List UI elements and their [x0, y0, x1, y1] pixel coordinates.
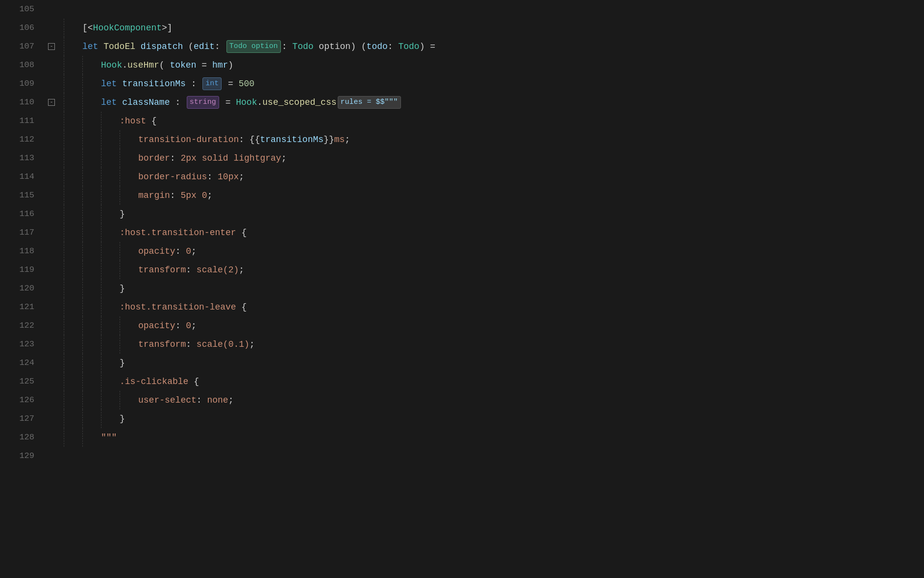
line-123-colon: : — [186, 338, 197, 351]
fold-marker-124 — [44, 354, 59, 372]
line-107-todo-type2: Todo — [398, 40, 419, 53]
fold-box-110[interactable]: - — [48, 99, 55, 106]
fold-marker-109 — [44, 74, 59, 93]
line-num-126: 126 — [0, 391, 34, 409]
fold-marker-114 — [44, 168, 59, 186]
fold-marker-107[interactable]: - — [44, 37, 59, 56]
line-num-106: 106 — [0, 19, 34, 37]
line-123-semi: ; — [250, 338, 255, 351]
line-107: let TodoEl dispatch ( edit : Todo option… — [64, 37, 924, 56]
line-107-todo-param: todo — [367, 40, 388, 53]
line-num-128: 128 — [0, 428, 34, 447]
line-122-colon: : — [175, 319, 186, 332]
fold-marker-116 — [44, 205, 59, 223]
line-108: Hook . useHmr ( token = hmr ) — [64, 56, 924, 74]
line-116: } — [64, 205, 924, 223]
fold-marker-129 — [44, 447, 59, 465]
line-111: :host { — [64, 112, 924, 130]
line-110-let: let — [101, 96, 122, 109]
line-num-117: 117 — [0, 223, 34, 242]
line-106-text: [<HookComponent>] — [82, 22, 173, 34]
line-120: } — [64, 279, 924, 298]
line-120-brace: } — [120, 282, 125, 295]
fold-marker-117 — [44, 223, 59, 242]
line-109-500: 500 — [239, 77, 254, 90]
line-112-prop: transition-duration — [138, 133, 239, 146]
line-107-let: let — [82, 40, 103, 53]
line-114-val: 10px — [218, 170, 239, 183]
line-109-colon: : — [186, 77, 201, 90]
line-110-eq: = — [220, 96, 236, 109]
line-115-semi: ; — [207, 189, 212, 202]
fold-marker-119 — [44, 261, 59, 279]
line-110-string-badge: string — [187, 96, 219, 109]
line-num-120: 120 — [0, 279, 34, 298]
line-119-val: scale(2) — [197, 264, 239, 276]
line-112: transition-duration : {{ transitionMs }}… — [64, 130, 924, 149]
line-num-112: 112 — [0, 130, 34, 149]
line-125-sel: .is-clickable — [120, 375, 194, 388]
fold-gutter: - - — [44, 0, 59, 578]
line-112-colon: : — [239, 133, 250, 146]
line-num-116: 116 — [0, 205, 34, 223]
line-106: [<HookComponent>] — [64, 19, 924, 37]
line-113-colon: : — [170, 152, 181, 165]
line-num-119: 119 — [0, 261, 34, 279]
line-113-semi: ; — [281, 152, 287, 165]
line-119-colon: : — [186, 264, 197, 276]
line-113: border : 2px solid lightgray ; — [64, 149, 924, 168]
line-108-dot1: . — [122, 59, 127, 72]
fold-marker-115 — [44, 186, 59, 205]
fold-marker-120 — [44, 279, 59, 298]
line-num-107: 107 — [0, 37, 34, 56]
fold-box-107[interactable]: - — [48, 43, 55, 50]
line-107-todoel: TodoEl — [103, 40, 141, 53]
line-119: transform : scale(2) ; — [64, 261, 924, 279]
line-129 — [64, 447, 924, 465]
line-num-114: 114 — [0, 168, 34, 186]
line-126: user-select : none ; — [64, 391, 924, 409]
line-110-rules-badge: rules = $$""" — [338, 96, 401, 109]
line-124-brace: } — [120, 357, 125, 369]
fold-marker-110[interactable]: - — [44, 93, 59, 112]
line-127-brace: } — [120, 412, 125, 425]
fold-marker-106 — [44, 19, 59, 37]
line-115-val: 5px 0 — [180, 189, 207, 202]
line-119-semi: ; — [239, 264, 244, 276]
fold-marker-123 — [44, 335, 59, 354]
line-107-todo-badge1: Todo option — [226, 40, 281, 53]
line-num-115: 115 — [0, 186, 34, 205]
line-116-brace: } — [120, 208, 125, 220]
line-123-val: scale(0.1) — [197, 338, 250, 351]
line-111-brace: { — [151, 115, 157, 127]
line-112-transms: transitionMs — [260, 133, 324, 146]
line-num-125: 125 — [0, 372, 34, 391]
line-113-val: 2px solid lightgray — [180, 152, 281, 165]
fold-marker-111 — [44, 112, 59, 130]
line-114-semi: ; — [239, 170, 244, 183]
line-108-hook: Hook — [101, 59, 122, 72]
line-109-let: let — [101, 77, 122, 90]
fold-marker-113 — [44, 149, 59, 168]
line-107-dispatch: dispatch — [141, 40, 188, 53]
code-editor: 105 106 107 108 109 110 111 112 113 114 … — [0, 0, 924, 578]
line-118-val: 0 — [186, 245, 191, 258]
line-num-113: 113 — [0, 149, 34, 168]
code-content: [<HookComponent>] let TodoEl dispatch ( … — [59, 0, 924, 578]
line-107-paren2: ) ( — [350, 40, 366, 53]
line-109-eq: = — [223, 77, 238, 90]
line-111-host: :host — [120, 115, 151, 127]
line-126-prop: user-select — [138, 394, 197, 407]
line-123-prop: transform — [138, 338, 186, 351]
line-105 — [64, 0, 924, 19]
line-115-prop: margin — [138, 189, 170, 202]
line-110-usecss: use_scoped_css — [262, 96, 336, 109]
line-127: } — [64, 409, 924, 428]
line-112-tplopen: {{ — [250, 133, 260, 146]
line-107-option: option — [314, 40, 351, 53]
line-num-121: 121 — [0, 298, 34, 316]
line-128-quotes: """ — [101, 431, 117, 444]
line-112-tplclose: }} — [324, 133, 334, 146]
line-125: .is-clickable { — [64, 372, 924, 391]
line-122: opacity : 0 ; — [64, 316, 924, 335]
